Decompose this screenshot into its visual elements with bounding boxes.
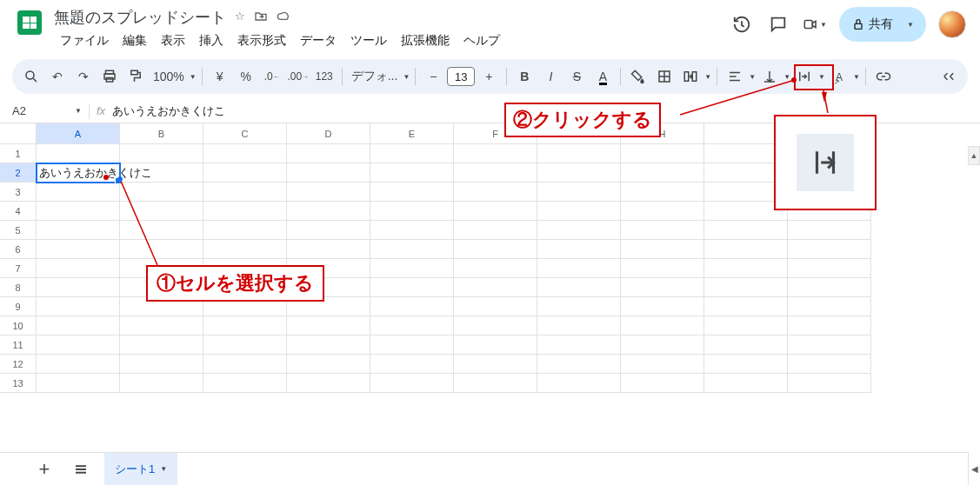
- percent-button[interactable]: %: [234, 64, 258, 89]
- cell[interactable]: [454, 316, 537, 336]
- cell[interactable]: [37, 316, 120, 336]
- cell[interactable]: [287, 316, 370, 336]
- cell[interactable]: [37, 355, 120, 374]
- cell[interactable]: [287, 202, 370, 221]
- cell[interactable]: [203, 355, 287, 374]
- add-sheet-button[interactable]: +: [31, 456, 57, 482]
- text-color-button[interactable]: A: [590, 64, 615, 89]
- cell[interactable]: [454, 355, 537, 374]
- insert-link-button[interactable]: [871, 64, 896, 89]
- cell[interactable]: [203, 144, 287, 163]
- comments-icon[interactable]: [766, 12, 790, 37]
- increase-font-size-button[interactable]: +: [477, 64, 501, 89]
- cell[interactable]: [203, 316, 287, 336]
- cell[interactable]: [37, 221, 120, 240]
- cell[interactable]: [203, 336, 287, 355]
- cloud-status-icon[interactable]: [277, 10, 290, 26]
- cell[interactable]: [537, 259, 621, 278]
- cell[interactable]: [704, 374, 788, 393]
- undo-icon[interactable]: ↶: [45, 64, 70, 89]
- col-header-B[interactable]: B: [120, 123, 203, 144]
- cell[interactable]: [704, 316, 788, 336]
- cell[interactable]: [704, 221, 788, 240]
- account-avatar[interactable]: [938, 10, 966, 38]
- row-header-12[interactable]: 12: [0, 355, 37, 374]
- cell[interactable]: [621, 240, 704, 259]
- redo-icon[interactable]: ↷: [71, 64, 96, 89]
- cell[interactable]: [287, 163, 370, 183]
- zoom-dropdown[interactable]: 100%▼: [150, 70, 197, 83]
- cell[interactable]: [788, 240, 871, 259]
- cell[interactable]: [370, 259, 454, 278]
- cell[interactable]: [537, 144, 621, 163]
- cell[interactable]: [454, 144, 537, 163]
- cell[interactable]: [537, 278, 621, 297]
- cell[interactable]: [704, 259, 788, 278]
- cell[interactable]: [788, 278, 871, 297]
- cell[interactable]: [621, 259, 704, 278]
- col-header-D[interactable]: D: [287, 123, 370, 144]
- row-header-5[interactable]: 5: [0, 221, 37, 240]
- cell[interactable]: [370, 278, 454, 297]
- cell[interactable]: [37, 144, 120, 163]
- cell[interactable]: [370, 336, 454, 355]
- menu-extensions[interactable]: 拡張機能: [395, 30, 456, 52]
- cell[interactable]: [287, 240, 370, 259]
- font-dropdown[interactable]: デフォ...▼: [348, 69, 410, 84]
- cell[interactable]: [120, 240, 203, 259]
- cell[interactable]: [370, 297, 454, 316]
- cell[interactable]: [704, 336, 788, 355]
- cell[interactable]: [370, 374, 454, 393]
- cell[interactable]: [788, 374, 871, 393]
- cell[interactable]: [287, 336, 370, 355]
- decrease-font-size-button[interactable]: −: [421, 64, 445, 89]
- cell[interactable]: [287, 221, 370, 240]
- cell[interactable]: [370, 240, 454, 259]
- doc-title[interactable]: 無題のスプレッドシート: [54, 7, 226, 28]
- row-header-1[interactable]: 1: [0, 144, 37, 163]
- cell[interactable]: [120, 336, 203, 355]
- more-formats-button[interactable]: 123: [312, 64, 337, 89]
- all-sheets-button[interactable]: [68, 456, 94, 482]
- cell[interactable]: [370, 202, 454, 221]
- row-header-3[interactable]: 3: [0, 183, 37, 202]
- cell[interactable]: [621, 163, 704, 183]
- menu-data[interactable]: データ: [294, 30, 343, 52]
- cell[interactable]: [120, 355, 203, 374]
- row-header-11[interactable]: 11: [0, 336, 37, 355]
- select-all-corner[interactable]: [0, 123, 37, 144]
- cell[interactable]: [537, 297, 621, 316]
- increase-decimal-button[interactable]: .00→: [286, 64, 310, 89]
- menu-insert[interactable]: 挿入: [193, 30, 230, 52]
- cell[interactable]: [37, 336, 120, 355]
- name-box-dropdown-icon[interactable]: ▼: [75, 107, 82, 115]
- borders-button[interactable]: [652, 64, 677, 89]
- cell[interactable]: [120, 202, 203, 221]
- move-folder-icon[interactable]: [254, 10, 268, 26]
- cell[interactable]: [120, 316, 203, 336]
- row-header-7[interactable]: 7: [0, 259, 37, 278]
- row-header-4[interactable]: 4: [0, 202, 37, 221]
- cell[interactable]: [370, 221, 454, 240]
- menu-view[interactable]: 表示: [155, 30, 191, 52]
- bold-button[interactable]: B: [512, 64, 537, 89]
- cell[interactable]: [203, 221, 287, 240]
- cell[interactable]: [537, 240, 621, 259]
- share-dropdown-icon[interactable]: ▼: [900, 14, 921, 35]
- cell[interactable]: [37, 297, 120, 316]
- menu-edit[interactable]: 編集: [117, 30, 153, 52]
- italic-button[interactable]: I: [538, 64, 563, 89]
- search-menus-icon[interactable]: [19, 64, 43, 89]
- sheet-tab-1[interactable]: シート1 ▼: [104, 453, 177, 486]
- cell[interactable]: [120, 144, 203, 163]
- fill-color-button[interactable]: [626, 64, 650, 89]
- currency-yen-button[interactable]: ¥: [208, 64, 232, 89]
- cell[interactable]: [454, 163, 537, 183]
- cell[interactable]: [37, 240, 120, 259]
- share-button[interactable]: 共有 ▼: [839, 7, 926, 42]
- cell[interactable]: あいうえおかきくけこ: [37, 163, 120, 183]
- cell[interactable]: [203, 183, 287, 202]
- cell[interactable]: [788, 297, 871, 316]
- col-header-A[interactable]: A: [37, 123, 120, 144]
- scroll-up-button[interactable]: ▲: [968, 146, 980, 165]
